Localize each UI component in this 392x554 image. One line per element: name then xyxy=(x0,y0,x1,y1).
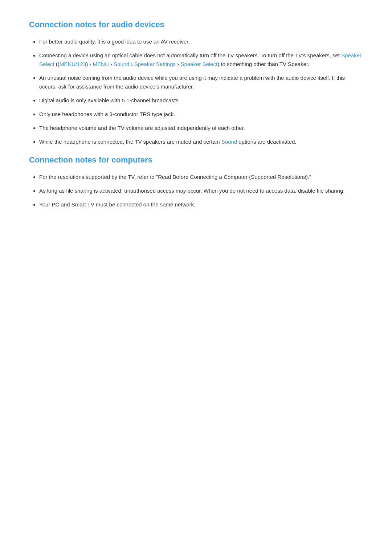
menu123-link[interactable]: MENU/123 xyxy=(60,61,86,67)
list-item: As long as file sharing is activated, un… xyxy=(39,186,363,195)
item-text: While the headphone is connected, the TV… xyxy=(39,139,297,145)
audio-devices-list: For better audio quality, it is a good i… xyxy=(29,37,363,146)
sound-link-1[interactable]: Sound xyxy=(114,61,129,67)
list-item: Connecting a device using an optical cab… xyxy=(39,51,363,69)
item-text: As long as file sharing is activated, un… xyxy=(39,188,344,194)
list-item: The headphone volume and the TV volume a… xyxy=(39,124,363,132)
item-text: Connecting a device using an optical cab… xyxy=(39,52,362,67)
list-item: Digital audio is only available with 5.1… xyxy=(39,96,363,105)
section-computers: Connection notes for computers For the r… xyxy=(29,153,363,209)
speaker-select-link-2[interactable]: Speaker Select xyxy=(180,61,217,67)
item-text: Digital audio is only available with 5.1… xyxy=(39,97,180,103)
menu-link[interactable]: MENU xyxy=(93,61,109,67)
section-audio-title: Connection notes for audio devices xyxy=(29,18,363,31)
list-item: For the resolutions supported by the TV,… xyxy=(39,173,363,181)
speaker-settings-link[interactable]: Speaker Settings xyxy=(134,61,176,67)
item-text: The headphone volume and the TV volume a… xyxy=(39,125,245,131)
item-text: Your PC and Smart TV must be connected o… xyxy=(39,201,195,208)
sound-link-2[interactable]: Sound xyxy=(221,139,237,145)
section-audio-devices: Connection notes for audio devices For b… xyxy=(29,18,363,146)
list-item: For better audio quality, it is a good i… xyxy=(39,37,363,46)
section-computers-title: Connection notes for computers xyxy=(29,153,363,166)
item-text: Only use headphones with a 3-conductor T… xyxy=(39,111,175,117)
list-item: An unusual noise coming from the audio d… xyxy=(39,74,363,91)
item-text: An unusual noise coming from the audio d… xyxy=(39,75,345,90)
list-item: Only use headphones with a 3-conductor T… xyxy=(39,110,363,119)
list-item: Your PC and Smart TV must be connected o… xyxy=(39,200,363,209)
computers-list: For the resolutions supported by the TV,… xyxy=(29,173,363,209)
item-text: For the resolutions supported by the TV,… xyxy=(39,174,311,180)
list-item: While the headphone is connected, the TV… xyxy=(39,138,363,146)
item-text: For better audio quality, it is a good i… xyxy=(39,38,190,45)
